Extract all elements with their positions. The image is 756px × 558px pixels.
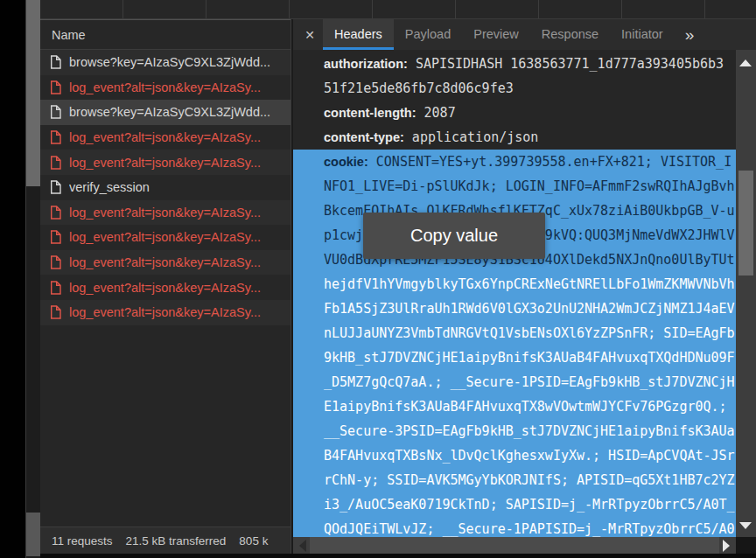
scroll-left-arrow-icon[interactable] [299, 540, 306, 552]
request-list-panel: Name browse?key=AIzaSyC9XL3ZjWdd... log_… [40, 19, 291, 558]
context-menu-item-copy-value[interactable]: Copy value [410, 226, 498, 246]
request-details-panel: ✕ Headers Payload Preview Response Initi… [291, 19, 756, 558]
name-column-header[interactable]: Name [40, 19, 290, 50]
cookie-line: _D5MZ7gQcQ7aA.; __Secure-1PSID=EAgFb9kHB… [293, 370, 736, 394]
header-line: 51f21e5de86fb7c8d06c9fe3 [293, 76, 736, 101]
request-row[interactable]: log_event?alt=json&key=AIzaSy... [40, 250, 290, 276]
header-line: content-type: application/json [293, 125, 736, 150]
cookie-line: Fb1A5SjZ3UlRraUh1RWd6V0lGX3o2UnU2NHA2WmJ… [293, 296, 736, 321]
header-value: SAPISIDHASH 1638563771_1d777a393405b6b3 [408, 56, 724, 72]
cookie-line: E1aipyBnifsK3AUaB4FAHvuxqTX8wVOwtmWJYCFv… [293, 394, 736, 419]
cookie-line: __Secure-3PSID=EAgFb9kHB_stJ7DVZNCjHE1ai… [293, 419, 736, 443]
scroll-up-arrow-icon[interactable] [739, 59, 752, 66]
request-row[interactable]: log_event?alt=json&key=AIzaSy... [40, 300, 290, 325]
request-list: browse?key=AIzaSyC9XL3ZjWdd... log_event… [40, 50, 290, 325]
page-background-sliver [0, 0, 25, 558]
request-row[interactable]: log_event?alt=json&key=AIzaSy... [40, 200, 290, 226]
request-row[interactable]: log_event?alt=json&key=AIzaSy... [40, 275, 290, 300]
tab-response[interactable]: Response [530, 19, 610, 50]
page-scrollbar[interactable] [25, 0, 41, 558]
request-row[interactable]: log_event?alt=json&key=AIzaSy... [40, 225, 290, 250]
file-icon [50, 255, 61, 269]
request-name: log_event?alt=json&key=AIzaSy... [69, 156, 261, 170]
close-icon[interactable]: ✕ [297, 19, 323, 50]
transferred-size: 21.5 kB transferred [126, 534, 227, 548]
headers-content: authorization: SAPISIDHASH 1638563771_1d… [293, 50, 736, 537]
page-scrollbar-thumb[interactable] [26, 0, 41, 186]
more-tabs-icon[interactable]: » [685, 19, 695, 50]
request-name: browse?key=AIzaSyC9XL3ZjWdd... [69, 105, 270, 119]
cookie-line: hejdfV1hYVmgyblkyTGx6YnpCRExNeGtNRElLbFo… [293, 272, 736, 296]
scrollbar-corner [736, 537, 756, 555]
file-icon [50, 156, 61, 170]
file-icon [50, 105, 61, 119]
vertical-scrollbar-thumb[interactable] [738, 171, 753, 276]
file-icon [50, 80, 61, 94]
network-summary-bar: 11 requests 21.5 kB transferred 805 k [40, 527, 290, 554]
request-count: 11 requests [52, 534, 113, 548]
header-name: cookie: [324, 155, 368, 169]
file-icon [50, 180, 61, 194]
request-name: log_event?alt=json&key=AIzaSy... [69, 305, 261, 319]
request-row[interactable]: log_event?alt=json&key=AIzaSy... [40, 75, 290, 101]
bottom-edge-strip [40, 554, 756, 558]
tab-payload[interactable]: Payload [394, 19, 462, 50]
horizontal-scrollbar[interactable] [293, 537, 736, 555]
cookie-line: cookie: CONSENT=YES+yt.399739558.en+FX+8… [293, 150, 736, 174]
cookie-line: nLUJJaUNYZ3VmbTdNRGVtQ1VsbENsOXl6YzZPSnF… [293, 321, 736, 345]
cookie-line: B4FAHvuxqTXBsNx_lDvQclKghesxwIyXw.; HSID… [293, 443, 736, 468]
cookie-line: QOdJQEiTWLvJZ; __Secure-1PAPISID=j_-MrRT… [293, 517, 736, 537]
scroll-down-arrow-icon[interactable] [739, 522, 752, 529]
request-row[interactable]: log_event?alt=json&key=AIzaSy... [40, 125, 290, 150]
header-name: authorization: [324, 57, 408, 71]
request-name: verify_session [69, 180, 150, 194]
file-icon [50, 305, 61, 319]
request-row[interactable]: verify_session [40, 175, 290, 200]
tab-headers[interactable]: Headers [323, 19, 394, 50]
file-icon [50, 230, 61, 244]
request-name: browse?key=AIzaSyC9XL3ZjWdd... [69, 55, 270, 69]
file-icon [50, 281, 61, 295]
cookie-header-selected[interactable]: cookie: CONSENT=YES+yt.399739558.en+FX+8… [293, 150, 736, 537]
request-name: log_event?alt=json&key=AIzaSy... [69, 206, 261, 220]
tab-initiator[interactable]: Initiator [610, 19, 675, 50]
header-value: application/json [404, 129, 539, 145]
file-icon [50, 130, 61, 144]
devtools-network-panel: Name browse?key=AIzaSyC9XL3ZjWdd... log_… [0, 0, 756, 558]
request-name: log_event?alt=json&key=AIzaSy... [69, 130, 261, 144]
request-name: log_event?alt=json&key=AIzaSy... [69, 255, 261, 269]
resources-size: 805 k [239, 534, 268, 548]
cookie-line: i3_/AuOC5eaK0719CkTnD; SAPISID=j_-MrRTpy… [293, 492, 736, 517]
header-value: 2087 [416, 105, 456, 121]
request-row-selected[interactable]: browse?key=AIzaSyC9XL3ZjWdd... [40, 100, 290, 125]
tab-preview[interactable]: Preview [462, 19, 530, 50]
vertical-scrollbar[interactable] [736, 50, 756, 537]
request-row[interactable]: log_event?alt=json&key=AIzaSy... [40, 150, 290, 175]
request-name: log_event?alt=json&key=AIzaSy... [69, 80, 261, 94]
header-name: content-type: [324, 130, 404, 144]
header-line: content-length: 2087 [293, 101, 736, 125]
request-row[interactable]: browse?key=AIzaSyC9XL3ZjWdd... [40, 50, 290, 75]
cookie-line: rChN-y; SSID=AVK5MGyYbKORJNIfS; APISID=q… [293, 468, 736, 492]
details-tab-bar: ✕ Headers Payload Preview Response Initi… [293, 19, 756, 50]
request-name: log_event?alt=json&key=AIzaSy... [69, 281, 261, 295]
header-name: content-length: [324, 106, 416, 120]
page-scrollbar-bottom-block[interactable] [26, 513, 41, 556]
cookie-line: NFO1_LIVE=Di-pSlUKdJk; LOGIN_INFO=AFmmF2… [293, 174, 736, 199]
request-name: log_event?alt=json&key=AIzaSy... [69, 230, 261, 244]
header-value: 51f21e5de86fb7c8d06c9fe3 [324, 80, 514, 96]
scroll-right-arrow-icon[interactable] [723, 540, 730, 552]
file-icon [50, 206, 61, 220]
context-menu: Copy value [363, 213, 545, 259]
cookie-line: 9kHB_stJ7DVZNCjHE1aipyBnifsK3AUaB4FAHvux… [293, 345, 736, 370]
network-overview-strip [40, 0, 756, 19]
file-icon [50, 55, 61, 69]
horizontal-scrollbar-thumb[interactable] [310, 537, 719, 555]
header-line: authorization: SAPISIDHASH 1638563771_1d… [293, 52, 736, 76]
